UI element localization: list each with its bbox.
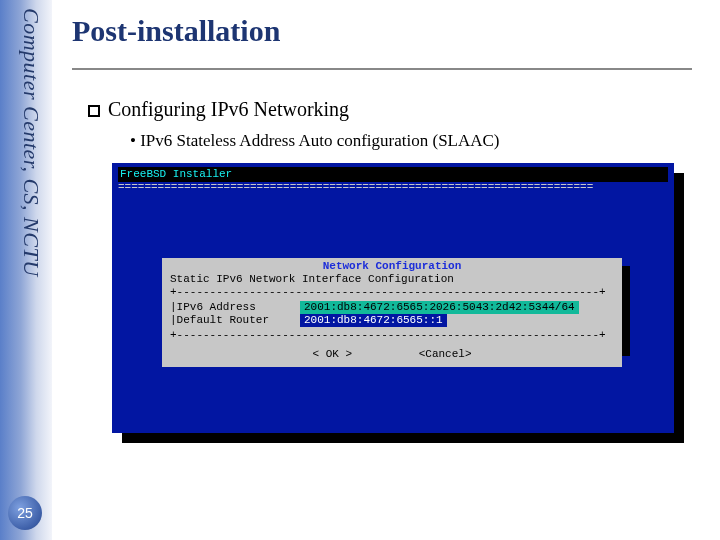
sidebar: Computer Center, CS, NCTU 25 (0, 0, 52, 540)
slide-content: Post-installation Configuring IPv6 Netwo… (72, 14, 700, 433)
dialog-border-bottom: +---------------------------------------… (170, 329, 614, 342)
ipv6-address-row: |IPv6 Address 2001:db8:4672:6565:2026:50… (170, 301, 614, 314)
terminal-window: FreeBSD Installer ======================… (112, 163, 674, 433)
slide-title: Post-installation (72, 14, 700, 48)
dialog-title: Network Configuration (170, 260, 614, 273)
cancel-button[interactable]: <Cancel> (419, 348, 472, 361)
dialog-border-top: +---------------------------------------… (170, 286, 614, 299)
default-router-row: |Default Router 2001:db8:4672:6565::1 (170, 314, 614, 327)
ok-button[interactable]: < OK > (312, 348, 352, 361)
sidebar-org-text: Computer Center, CS, NCTU (18, 8, 44, 277)
ipv6-address-label: |IPv6 Address (170, 301, 300, 314)
dialog-subtitle: Static IPv6 Network Interface Configurat… (170, 273, 614, 286)
dialog-fields: |IPv6 Address 2001:db8:4672:6565:2026:50… (170, 301, 614, 327)
section-heading: Configuring IPv6 Networking (88, 98, 700, 121)
page-number-badge: 25 (8, 496, 42, 530)
title-divider (72, 68, 692, 70)
dialog-buttons: < OK > <Cancel> (170, 348, 614, 361)
sub-bullet-text: IPv6 Stateless Address Auto configuratio… (140, 131, 499, 150)
sub-bullet: • IPv6 Stateless Address Auto configurat… (130, 131, 700, 151)
network-config-dialog: Network Configuration Static IPv6 Networ… (162, 258, 622, 367)
section-text: Configuring IPv6 Networking (108, 98, 349, 120)
terminal-divider: ========================================… (118, 181, 668, 194)
bullet-square-icon (88, 105, 100, 117)
default-router-label: |Default Router (170, 314, 300, 327)
terminal-screenshot: FreeBSD Installer ======================… (112, 163, 682, 433)
installer-label: FreeBSD Installer (120, 168, 232, 180)
ipv6-address-field[interactable]: 2001:db8:4672:6565:2026:5043:2d42:5344/6… (300, 301, 579, 314)
dialog-wrap: Network Configuration Static IPv6 Networ… (162, 258, 622, 367)
default-router-field[interactable]: 2001:db8:4672:6565::1 (300, 314, 447, 327)
terminal-topbar: FreeBSD Installer (118, 167, 668, 182)
